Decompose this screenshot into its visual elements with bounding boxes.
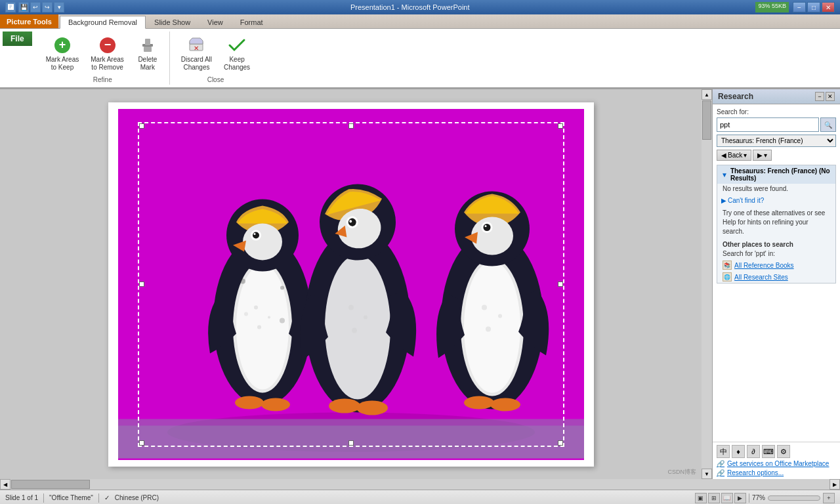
scroll-down-button[interactable]: ▼ — [702, 469, 712, 479]
marketplace-icon: 🔗 — [717, 460, 724, 467]
theme-text: "Office Theme" — [49, 494, 93, 501]
svg-point-52 — [490, 398, 520, 411]
footer-icon-special2[interactable]: ∂ — [747, 445, 760, 458]
slideshow-button[interactable]: ▶ — [734, 493, 746, 503]
zoom-slider[interactable] — [768, 495, 820, 501]
tab-background-removal[interactable]: Background Removal — [60, 16, 146, 29]
status-divider-1 — [43, 494, 44, 503]
back-dropdown-icon[interactable]: ▾ — [744, 152, 747, 159]
reading-view-button[interactable]: 📖 — [721, 493, 733, 503]
options-icon: 🔗 — [717, 469, 724, 476]
forward-icon: ▶ — [757, 152, 763, 159]
thesaurus-select[interactable]: Thesaurus: French (France) — [717, 135, 836, 147]
footer-icon-settings[interactable]: ⚙ — [777, 445, 790, 458]
svg-point-15 — [268, 316, 270, 318]
ribbon: Picture Tools Background Removal Slide S… — [0, 14, 840, 89]
zoom-in-button[interactable]: + — [823, 493, 835, 503]
research-header: Research − ✕ — [713, 89, 840, 104]
svg-text:✕: ✕ — [194, 45, 199, 52]
all-research-sites-item[interactable]: 🌐 All Research Sites — [717, 271, 835, 283]
research-options-link[interactable]: 🔗 Research options... — [717, 469, 836, 476]
close-group-label: Close — [207, 75, 224, 85]
research-title: Research — [718, 92, 753, 101]
window-title: Presentation1 - Microsoft PowerPoint — [64, 3, 755, 11]
slide-container — [108, 102, 594, 467]
search-in-text: Search for 'ppt' in: — [717, 249, 835, 259]
slide-content-row: CSDN博客 ▲ ▼ Research − ✕ — [0, 89, 840, 479]
keep-changes-button[interactable]: KeepChanges — [219, 32, 255, 75]
svg-text:+: + — [59, 38, 66, 51]
keep-label: KeepChanges — [224, 56, 250, 72]
scroll-left-button[interactable]: ◀ — [0, 479, 10, 490]
svg-point-38 — [329, 398, 360, 413]
h-scroll-track — [10, 479, 830, 490]
research-minimize-button[interactable]: − — [815, 92, 824, 101]
results-section: ▼ Thesaurus: French (France) (No Results… — [717, 165, 836, 284]
tab-slideshow[interactable]: Slide Show — [146, 16, 199, 28]
main-layout: CSDN博客 ▲ ▼ Research − ✕ — [0, 89, 840, 490]
all-research-sites-link[interactable]: All Research Sites — [734, 274, 788, 281]
tab-format[interactable]: Format — [232, 16, 272, 28]
picture-tools-tab: Picture Tools — [0, 14, 58, 28]
svg-point-39 — [356, 400, 388, 415]
normal-view-button[interactable]: ▣ — [695, 493, 707, 503]
mark-keep-label: Mark Areasto Keep — [46, 56, 79, 72]
office-marketplace-link[interactable]: 🔗 Get services on Office Marketplace — [717, 460, 836, 467]
mark-areas-remove-button[interactable]: − Mark Areasto Remove — [86, 32, 129, 75]
delete-mark-button[interactable]: DeleteMark — [131, 32, 164, 75]
scroll-right-button[interactable]: ▶ — [830, 479, 840, 490]
research-close-button[interactable]: ✕ — [826, 92, 835, 101]
minimize-button[interactable]: − — [793, 2, 806, 12]
check-icon: ✓ — [104, 494, 110, 501]
svg-point-20 — [253, 232, 259, 238]
watermark: CSDN博客 — [667, 468, 696, 476]
svg-point-30 — [348, 304, 354, 310]
back-button[interactable]: ◀ Back ▾ — [717, 150, 751, 161]
footer-icon-chinese[interactable]: 中 — [717, 445, 730, 458]
svg-point-22 — [235, 396, 264, 409]
close-button[interactable]: ✕ — [822, 2, 835, 12]
cant-find-item[interactable]: ▶ Can't find it? — [717, 195, 835, 206]
delete-mark-label: DeleteMark — [138, 56, 157, 72]
mark-remove-icon: − — [97, 35, 118, 56]
forward-dropdown-icon[interactable]: ▾ — [764, 152, 767, 159]
title-bar-left: 🅿 💾 ↩ ↪ ▾ — [5, 2, 64, 12]
all-reference-books-link[interactable]: All Reference Books — [734, 262, 794, 269]
h-scroll-thumb[interactable] — [11, 480, 90, 489]
all-reference-books-item[interactable]: 📚 All Reference Books — [717, 259, 835, 271]
marketplace-text[interactable]: Get services on Office Marketplace — [727, 460, 829, 467]
file-button[interactable]: File — [3, 32, 32, 46]
status-bar: Slide 1 of 1 "Office Theme" ✓ Chinese (P… — [0, 490, 840, 504]
slide-image[interactable] — [118, 109, 584, 460]
refine-group-label: Refine — [93, 75, 112, 85]
options-text[interactable]: Research options... — [727, 469, 784, 476]
search-input[interactable] — [717, 117, 819, 132]
research-header-buttons: − ✕ — [815, 92, 835, 101]
forward-button[interactable]: ▶ ▾ — [753, 150, 772, 161]
customize-icon[interactable]: ▾ — [54, 2, 64, 12]
discard-changes-button[interactable]: ✕ Discard AllChanges — [177, 32, 217, 75]
mark-keep-icon: + — [52, 35, 73, 56]
scroll-up-button[interactable]: ▲ — [702, 89, 712, 100]
redo-icon[interactable]: ↪ — [42, 2, 52, 12]
scroll-thumb[interactable] — [702, 100, 711, 140]
undo-icon[interactable]: ↩ — [30, 2, 41, 12]
tab-view[interactable]: View — [199, 16, 232, 28]
slide-sorter-button[interactable]: ⊞ — [708, 493, 720, 503]
no-results-text: No results were found. — [717, 184, 835, 195]
window-controls: 93% 55KB − □ ✕ — [755, 2, 835, 12]
footer-icon-special1[interactable]: ♦ — [732, 445, 745, 458]
search-go-button[interactable]: 🔍 — [820, 117, 836, 132]
slide-canvas[interactable] — [108, 102, 594, 467]
svg-rect-5 — [145, 39, 150, 45]
collapse-icon[interactable]: ▼ — [721, 171, 728, 178]
maximize-button[interactable]: □ — [807, 2, 820, 12]
expand-icon: ▶ — [721, 197, 726, 204]
search-row: 🔍 — [717, 117, 836, 132]
save-icon[interactable]: 💾 — [18, 2, 29, 12]
mark-areas-keep-button[interactable]: + Mark Areasto Keep — [41, 32, 84, 75]
app-icon: 🅿 — [5, 2, 16, 12]
svg-point-45 — [486, 326, 491, 331]
footer-icon-keyboard[interactable]: ⌨ — [762, 445, 775, 458]
svg-point-26 — [244, 312, 248, 316]
